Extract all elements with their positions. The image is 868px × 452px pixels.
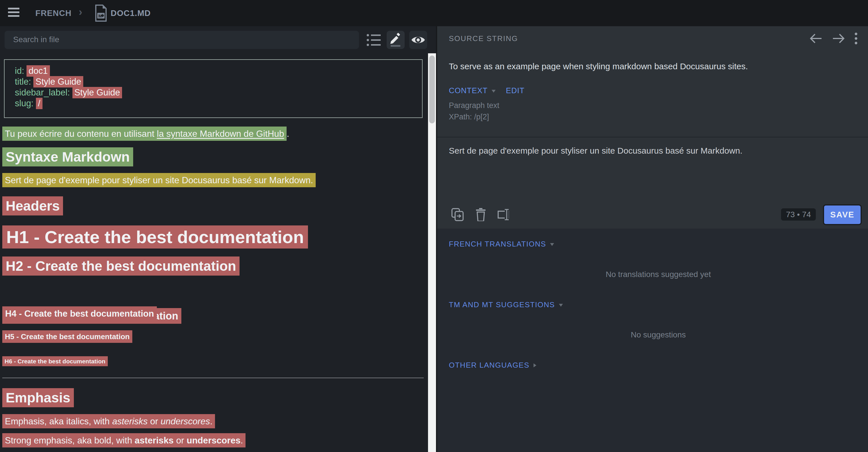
character-counter: 73 • 74 [781,208,816,221]
heading-h4[interactable]: H4 - Create the best documentation [2,309,157,319]
paragraph-translated[interactable]: Tu peux écrire du contenu en utilisant l… [2,129,289,139]
heading-h2[interactable]: H2 - Create the best documentation [2,258,240,274]
insert-character-icon[interactable] [498,208,511,221]
frontmatter-line: sidebar_label: Style Guide [15,87,422,98]
horizontal-rule [2,378,424,378]
french-translations-empty: No translations suggested yet [443,270,868,279]
translation-panel: SOURCE STRING To serve as an example pag… [437,26,868,452]
context-toggle[interactable]: CONTEXT [449,86,488,95]
heading-emphasis[interactable]: Emphasis [2,390,74,406]
document-content: id: doc1 title: Style Guide sidebar_labe… [0,26,428,452]
context-xpath: XPath: /p[2] [449,112,489,121]
github-link: la syntaxe Markdown de GitHub [157,129,284,139]
scrollbar-thumb[interactable] [429,56,435,123]
paragraph-strong[interactable]: Strong emphasis, aka bold, with asterisk… [2,435,246,446]
breadcrumb-project[interactable]: FRENCH [35,8,71,18]
copy-source-icon[interactable] [452,208,464,221]
editor-section: SOURCE STRING To serve as an example pag… [437,26,868,229]
next-string-icon[interactable] [832,32,846,45]
tm-suggestions-empty: No suggestions [443,330,868,340]
translation-input[interactable]: Sert de page d'exemple pour styliser un … [449,146,743,156]
svg-text:M: M [98,13,102,18]
heading-syntaxe-markdown[interactable]: Syntaxe Markdown [2,149,133,165]
heading-headers[interactable]: Headers [2,198,63,214]
collapse-icon [550,243,554,246]
heading-h5[interactable]: H5 - Create the best documentation [2,332,132,341]
context-type: Paragraph text [449,101,499,110]
menu-icon[interactable] [8,8,20,19]
app: FRENCH › M DOC1.MD Search in file [0,0,868,452]
save-button[interactable]: SAVE [824,205,861,224]
paragraph-selected[interactable]: Sert de page d'exemple pour styliser un … [2,175,316,186]
heading-h1[interactable]: H1 - Create the best documentation [2,227,308,247]
editor-divider [437,137,868,137]
source-string-label: SOURCE STRING [449,34,518,43]
context-chevron-icon [492,90,496,93]
frontmatter-line: slug: / [15,98,422,109]
frontmatter-line: title: Style Guide [15,76,422,87]
previous-string-icon[interactable] [809,32,823,45]
paragraph-emphasis[interactable]: Emphasis, aka italics, with asterisks or… [2,416,215,427]
markdown-file-icon: M [94,5,108,22]
frontmatter-block[interactable]: id: doc1 title: Style Guide sidebar_labe… [4,59,423,118]
delete-translation-icon[interactable] [476,208,486,221]
source-text: To serve as an example page when styling… [449,62,748,71]
edit-context-button[interactable]: EDIT [506,86,525,95]
expand-icon [533,363,536,367]
heading-h6[interactable]: H6 - Create the best documentation [2,358,108,365]
scrollbar[interactable] [428,53,436,452]
breadcrumb-file[interactable]: DOC1.MD [111,8,151,18]
french-translations-header[interactable]: FRENCH TRANSLATIONS [449,240,554,248]
frontmatter-line: id: doc1 [15,66,422,76]
breadcrumb-chevron-icon: › [79,6,83,18]
other-languages-header[interactable]: OTHER LANGUAGES [449,361,536,369]
document-panel: Search in file [0,26,428,452]
tm-suggestions-header[interactable]: TM AND MT SUGGESTIONS [449,300,563,309]
collapse-icon [559,304,563,306]
more-options-icon[interactable] [854,32,858,45]
top-bar: FRENCH › M DOC1.MD [0,0,868,26]
